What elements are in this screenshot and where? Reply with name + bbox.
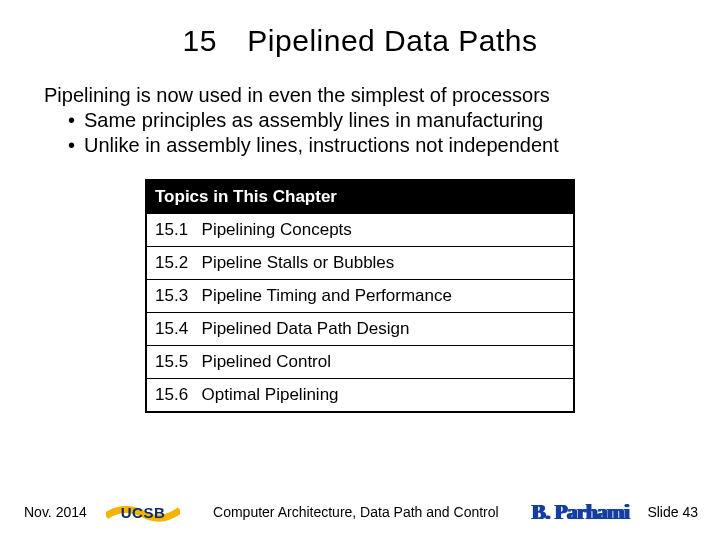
- bullet-text: Same principles as assembly lines in man…: [84, 109, 543, 131]
- section-num: 15.5: [155, 352, 192, 371]
- footer-date: Nov. 2014: [24, 504, 94, 520]
- section-num: 15.6: [155, 385, 192, 404]
- topics-table: Topics in This Chapter 15.1 Pipelining C…: [145, 179, 575, 413]
- section-num: 15.3: [155, 286, 192, 305]
- bullet-1: •Same principles as assembly lines in ma…: [68, 109, 720, 132]
- logo-text: UCSB: [121, 504, 166, 521]
- table-row: 15.6 Optimal Pipelining: [146, 379, 574, 413]
- section-title: Pipelined Data Path Design: [202, 319, 410, 338]
- section-num: 15.1: [155, 220, 192, 239]
- slide-number: Slide 43: [647, 504, 698, 520]
- table-row: 15.3 Pipeline Timing and Performance: [146, 280, 574, 313]
- slide-title: 15 Pipelined Data Paths: [0, 24, 720, 58]
- section-title: Pipeline Timing and Performance: [202, 286, 452, 305]
- table-row: 15.4 Pipelined Data Path Design: [146, 313, 574, 346]
- footer-center: Computer Architecture, Data Path and Con…: [180, 504, 532, 520]
- section-title: Optimal Pipelining: [202, 385, 339, 404]
- bullet-icon: •: [68, 109, 84, 132]
- bullet-2: •Unlike in assembly lines, instructions …: [68, 134, 720, 157]
- ucsb-logo: UCSB: [106, 498, 180, 526]
- section-title: Pipeline Stalls or Bubbles: [202, 253, 395, 272]
- intro-line: Pipelining is now used in even the simpl…: [44, 84, 720, 107]
- topics-header: Topics in This Chapter: [146, 180, 574, 214]
- table-row: 15.5 Pipelined Control: [146, 346, 574, 379]
- section-title: Pipelined Control: [202, 352, 331, 371]
- section-title: Pipelining Concepts: [202, 220, 352, 239]
- footer: Nov. 2014 UCSB Computer Architecture, Da…: [0, 498, 720, 526]
- author-name: B. Parhami: [532, 500, 630, 525]
- bullet-text: Unlike in assembly lines, instructions n…: [84, 134, 559, 156]
- section-num: 15.2: [155, 253, 192, 272]
- table-row: 15.2 Pipeline Stalls or Bubbles: [146, 247, 574, 280]
- section-num: 15.4: [155, 319, 192, 338]
- table-row: 15.1 Pipelining Concepts: [146, 214, 574, 247]
- intro-block: Pipelining is now used in even the simpl…: [44, 84, 720, 157]
- bullet-icon: •: [68, 134, 84, 157]
